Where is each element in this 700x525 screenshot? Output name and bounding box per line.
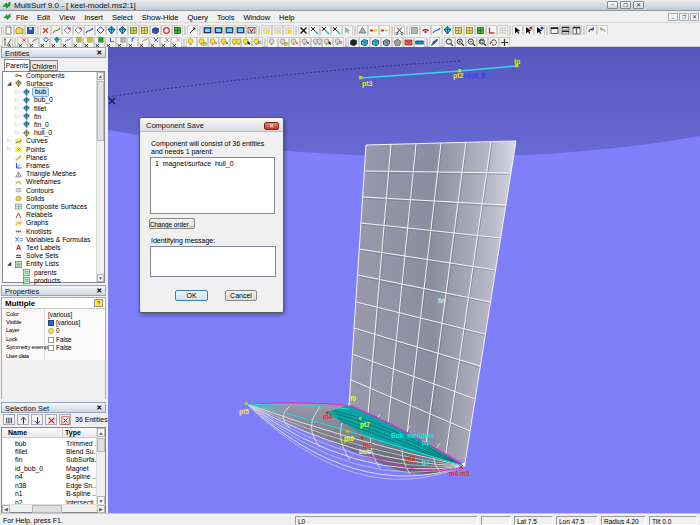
svg-text:bub: bub (359, 448, 371, 455)
svg-text:pt7: pt7 (360, 421, 370, 429)
svg-text:m3: m3 (406, 455, 416, 462)
svg-text:m4 m5: m4 m5 (449, 470, 470, 477)
svg-text:b7: b7 (422, 459, 430, 466)
svg-text:f0: f0 (350, 395, 356, 402)
svg-text:b1: b1 (422, 439, 430, 446)
svg-text:pt3: pt3 (362, 80, 373, 88)
svg-text:lp: lp (514, 58, 520, 66)
svg-text:X=: X= (15, 236, 23, 243)
svg-text:root_0: root_0 (464, 72, 486, 79)
svg-text:pt5: pt5 (239, 408, 249, 416)
svg-text:pt2: pt2 (453, 72, 464, 80)
svg-text:m4: m4 (323, 413, 333, 420)
svg-text:Bub_meridian: Bub_meridian (391, 432, 434, 439)
svg-text:pt6: pt6 (344, 435, 354, 443)
svg-text:fin: fin (438, 297, 446, 304)
